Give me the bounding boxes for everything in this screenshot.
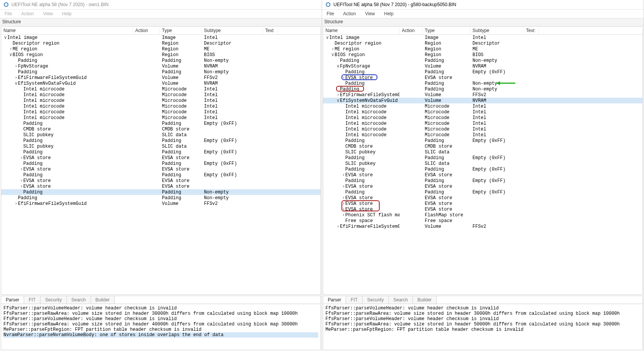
tree-toggle-icon[interactable]: › xyxy=(341,195,345,200)
tree-row[interactable]: Intel microcodeMicrocodeIntel xyxy=(1,86,320,92)
titlebar[interactable]: UEFITool NE alpha 58 (Nov 7 2020) - own1… xyxy=(0,0,322,10)
tree-toggle-icon[interactable]: ∨ xyxy=(325,35,329,40)
tree-row[interactable]: Intel microcodeMicrocodeIntel xyxy=(1,98,320,103)
column-type[interactable]: Type xyxy=(422,27,470,34)
tree-row[interactable]: ∨Intel imageImageIntel xyxy=(323,35,642,40)
column-name[interactable]: Name xyxy=(1,27,133,34)
tree-row[interactable]: PaddingPaddingEmpty (0xFF) xyxy=(323,178,642,184)
tree-row[interactable]: ›EfiFirmwareFileSystemGuidVolumeFFSv2 xyxy=(1,75,320,81)
tree-toggle-icon[interactable]: ∨ xyxy=(14,81,18,86)
column-subtype[interactable]: Subtype xyxy=(470,27,524,34)
tree-row[interactable]: Intel microcodeMicrocodeIntel xyxy=(323,115,642,121)
tree-row[interactable]: PaddingPaddingEmpty (0xFF) xyxy=(1,161,320,166)
tree-toggle-icon[interactable]: ∨ xyxy=(331,52,335,57)
tree-row[interactable]: PaddingPaddingNon-empty xyxy=(1,195,320,201)
tree-row[interactable]: Intel microcodeMicrocodeIntel xyxy=(323,103,642,109)
tree-toggle-icon[interactable]: › xyxy=(341,201,345,206)
tab-search[interactable]: Search xyxy=(67,296,91,304)
tree-row[interactable]: Intel microcodeMicrocodeIntel xyxy=(323,121,642,126)
tree-row[interactable]: PaddingPaddingEmpty (0xFF) xyxy=(323,69,642,75)
log-line[interactable]: FfsParser::parseVolumeHeader: volume hea… xyxy=(325,306,499,311)
log-line[interactable]: MeParser::parseFptRegion: FPT partition … xyxy=(3,327,201,332)
tree-row[interactable]: ›ME regionRegionME xyxy=(1,46,320,52)
tree-row[interactable]: PaddingPaddingNon-empty xyxy=(323,86,642,92)
tree-view[interactable]: NameActionTypeSubtypeText ∨Intel imageIm… xyxy=(323,26,643,295)
tree-row[interactable]: ›EVSA storeEVSA store xyxy=(323,195,642,201)
tree-header[interactable]: NameActionTypeSubtypeText xyxy=(1,27,320,35)
tree-row[interactable]: ›EfiFirmwareFileSystemGuidVolumeFFSv2 xyxy=(323,92,642,98)
tab-security[interactable]: Security xyxy=(40,296,66,304)
tree-row[interactable]: ›EfiFirmwareFileSystemGuidVolumeFFSv2 xyxy=(323,224,642,229)
tree-row[interactable]: PaddingPaddingNon-empty xyxy=(1,189,320,195)
tree-toggle-icon[interactable]: › xyxy=(336,224,340,229)
tree-row[interactable]: SLIC pubkeySLIC data xyxy=(1,143,320,149)
menu-view[interactable]: View xyxy=(364,10,377,17)
menu-file[interactable]: File xyxy=(3,10,13,17)
tree-toggle-icon[interactable]: › xyxy=(336,92,340,97)
log-line[interactable]: FfsParser::parseVolumeHeader: volume hea… xyxy=(3,306,177,311)
tree-row[interactable]: PaddingPaddingEmpty (0xFF) xyxy=(1,138,320,143)
column-type[interactable]: Type xyxy=(160,27,202,34)
menu-file[interactable]: File xyxy=(325,10,335,17)
tree-toggle-icon[interactable]: › xyxy=(19,166,23,172)
tree-row[interactable]: ›EVSA storeEVSA store xyxy=(323,206,642,212)
tree-row[interactable]: ∨BIOS regionRegionBIOS xyxy=(323,52,642,58)
tree-row[interactable]: ›ME regionRegionME xyxy=(323,46,642,52)
tab-fit[interactable]: FIT xyxy=(346,296,362,304)
tree-row[interactable]: SLIC pubkeySLIC data xyxy=(323,161,642,166)
log-line[interactable]: FfsParser::parseVolumeHeader: volume hea… xyxy=(3,316,177,322)
tree-row[interactable]: CMDB storeCMDB store xyxy=(1,126,320,132)
tree-toggle-icon[interactable]: › xyxy=(341,212,345,217)
column-action[interactable]: Action xyxy=(400,27,422,34)
log-line[interactable]: FfsParser::parseRawArea: volume size sto… xyxy=(3,322,298,327)
column-text[interactable]: Text xyxy=(524,27,539,34)
titlebar[interactable]: UEFITool NE alpha 58 (Nov 7 2020) - g580… xyxy=(322,0,644,10)
tree-toggle-icon[interactable]: ∨ xyxy=(336,98,340,103)
tree-row[interactable]: ›EfiFirmwareFileSystemGuidVolumeFFSv2 xyxy=(1,201,320,206)
log-line[interactable]: MeParser::parseFptRegion: FPT partition … xyxy=(325,327,523,332)
tree-toggle-icon[interactable]: › xyxy=(341,75,345,80)
column-name[interactable]: Name xyxy=(323,27,400,34)
tree-toggle-icon[interactable]: ∨ xyxy=(3,35,7,40)
tree-row[interactable]: SLIC pubkeySLIC data xyxy=(1,132,320,138)
tree-toggle-icon[interactable]: › xyxy=(19,178,23,183)
tree-row[interactable]: CMDB storeCMDB store xyxy=(323,143,642,149)
tree-toggle-icon[interactable]: ∨ xyxy=(336,63,340,69)
log-line[interactable]: FfsParser::parseRawArea: volume size sto… xyxy=(325,322,620,327)
tree-row[interactable]: ›EVSA storeEVSA store xyxy=(323,75,642,81)
tree-toggle-icon[interactable]: ∨ xyxy=(9,52,13,57)
tree-row[interactable]: Intel microcodeMicrocodeIntel xyxy=(323,126,642,132)
tab-fit[interactable]: FIT xyxy=(24,296,40,304)
tree-row[interactable]: ∨FpNvStorageVolumeNVRAM xyxy=(323,63,642,69)
tab-security[interactable]: Security xyxy=(362,296,388,304)
tree-row[interactable]: PaddingPaddingEmpty (0xFF) xyxy=(323,166,642,172)
tree-row[interactable]: ›EVSA storeEVSA store xyxy=(1,155,320,161)
tree-row[interactable]: Free spaceFree space xyxy=(323,218,642,224)
tree-row[interactable]: PaddingPaddingEmpty (0xFF) xyxy=(1,149,320,155)
column-text[interactable]: Text xyxy=(263,27,278,34)
log-line[interactable]: FfsParser::parseVolumeHeader: volume hea… xyxy=(325,316,499,322)
menu-action[interactable]: Action xyxy=(19,10,35,17)
tab-builder[interactable]: Builder xyxy=(91,296,115,304)
tree-row[interactable]: ›EVSA storeEVSA store xyxy=(323,184,642,189)
tree-row[interactable]: PaddingPaddingEmpty (0xFF) xyxy=(323,138,642,143)
tree-row[interactable]: PaddingPaddingNon-empty xyxy=(323,81,642,86)
tree-row[interactable]: ∨EfiSystemNvDataFvGuidVolumeNVRAM xyxy=(323,98,642,103)
tree-row[interactable]: ›EVSA storeEVSA store xyxy=(323,201,642,206)
tree-toggle-icon[interactable]: › xyxy=(341,172,345,177)
tree-toggle-icon[interactable]: › xyxy=(341,184,345,189)
tree-row[interactable]: PaddingPaddingNon-empty xyxy=(1,58,320,63)
tree-row[interactable]: ∨Intel imageImageIntel xyxy=(1,35,320,40)
tree-row[interactable]: ›Phoenix SCT flash mapFlashMap store xyxy=(323,212,642,218)
parser-log[interactable]: FfsParser::parseVolumeHeader: volume hea… xyxy=(323,304,643,350)
tree-row[interactable]: PaddingPaddingNon-empty xyxy=(1,69,320,75)
tree-toggle-icon[interactable]: › xyxy=(9,46,13,52)
tree-row[interactable]: ›EVSA storeEVSA store xyxy=(1,184,320,189)
tree-row[interactable]: ›EVSA storeEVSA store xyxy=(323,172,642,178)
tree-toggle-icon[interactable]: › xyxy=(341,206,345,212)
log-line[interactable]: FfsParser::parseRawArea: volume size sto… xyxy=(3,311,298,316)
tree-row[interactable]: ∨EfiSystemNvDataFvGuidVolumeNVRAM xyxy=(1,81,320,86)
menu-help[interactable]: Help xyxy=(61,10,73,17)
tree-row[interactable]: Intel microcodeMicrocodeIntel xyxy=(1,92,320,98)
tree-row[interactable]: Intel microcodeMicrocodeIntel xyxy=(1,103,320,109)
